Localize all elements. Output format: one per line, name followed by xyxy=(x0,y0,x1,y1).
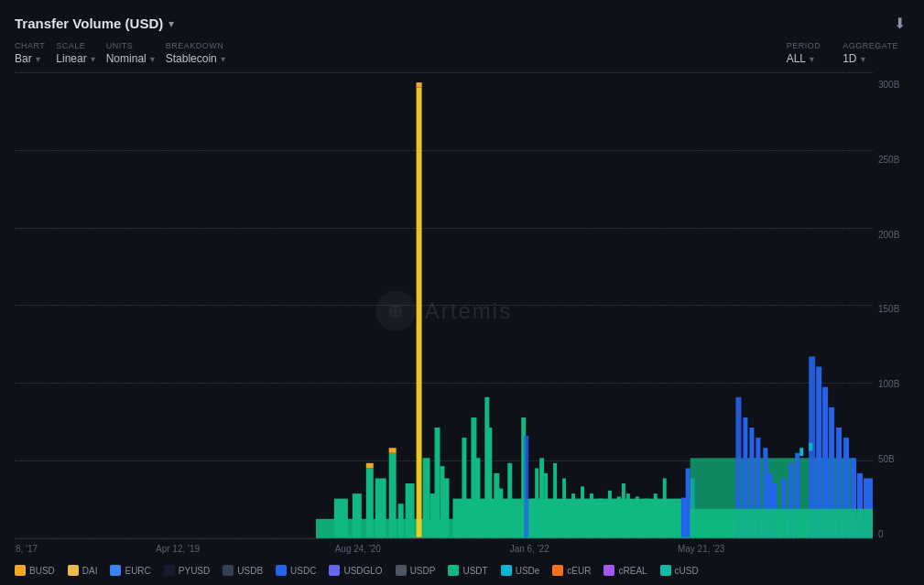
svg-rect-5 xyxy=(375,478,386,536)
legend-label: EURC xyxy=(125,566,150,576)
legend-item: cREAL xyxy=(603,565,647,576)
legend-item: USDB xyxy=(223,565,263,576)
svg-rect-3 xyxy=(353,493,362,537)
y-label-200b: 200B xyxy=(878,230,909,240)
y-label-100b: 100B xyxy=(878,379,909,389)
svg-rect-28 xyxy=(535,468,538,536)
svg-rect-6 xyxy=(389,453,397,537)
legend-label: USDC xyxy=(290,566,316,576)
svg-rect-33 xyxy=(571,493,575,537)
svg-rect-72 xyxy=(799,448,803,456)
svg-rect-2 xyxy=(334,499,348,537)
legend-item: USDe xyxy=(501,565,540,576)
svg-rect-30 xyxy=(544,473,548,537)
chart-control: CHART Bar ▾ xyxy=(15,41,45,65)
app-container: Transfer Volume (USD) ▾ ⬇ CHART Bar ▾ SC… xyxy=(0,0,924,585)
period-control: PERIOD ALL ▾ xyxy=(787,41,821,65)
period-chevron-icon: ▾ xyxy=(810,54,814,64)
aggregate-select[interactable]: 1D ▾ xyxy=(842,52,898,65)
chart-inner: ⊕ Artemis xyxy=(15,72,873,558)
svg-rect-71 xyxy=(417,82,422,88)
legend-item: PYUSD xyxy=(164,565,210,576)
aggregate-control: AGGREGATE 1D ▾ xyxy=(842,41,898,65)
breakdown-label: BREAKDOWN xyxy=(166,41,225,50)
x-label-2: Apr 12, '19 xyxy=(156,544,200,554)
y-label-0: 0 xyxy=(878,529,909,539)
legend-color xyxy=(552,565,563,576)
chart-area: ⊕ Artemis xyxy=(0,72,924,558)
breakdown-chevron-icon: ▾ xyxy=(221,54,225,64)
svg-rect-31 xyxy=(553,463,557,537)
svg-rect-45 xyxy=(681,498,686,537)
legend-label: USDP xyxy=(410,566,436,576)
svg-rect-35 xyxy=(590,493,593,537)
title-area: Transfer Volume (USD) ▾ xyxy=(15,16,883,31)
aggregate-label: AGGREGATE xyxy=(842,41,898,50)
legend-item: EURC xyxy=(110,565,150,576)
svg-rect-21 xyxy=(487,428,492,537)
breakdown-select[interactable]: Stablecoin ▾ xyxy=(166,52,225,65)
legend-item: USDC xyxy=(276,565,316,576)
legend: BUSD DAI EURC PYUSD USDB USDC USDGLO USD… xyxy=(0,558,924,585)
legend-item: BUSD xyxy=(15,565,55,576)
svg-rect-39 xyxy=(622,483,625,537)
x-label-3: Aug 24, '20 xyxy=(335,544,381,554)
svg-rect-26 xyxy=(524,436,528,537)
svg-rect-70 xyxy=(389,448,397,453)
aggregate-chevron-icon: ▾ xyxy=(861,54,865,64)
svg-rect-10 xyxy=(423,458,430,536)
chart-select[interactable]: Bar ▾ xyxy=(15,52,45,65)
svg-rect-9 xyxy=(417,88,422,537)
period-value: ALL xyxy=(787,52,806,65)
legend-label: DAI xyxy=(82,566,98,576)
svg-rect-8 xyxy=(406,483,415,537)
legend-color xyxy=(501,565,512,576)
svg-rect-14 xyxy=(444,478,450,536)
x-label-1: Nov 28, '17 xyxy=(15,544,38,554)
controls-bar: CHART Bar ▾ SCALE Linear ▾ UNITS Nominal… xyxy=(0,36,924,72)
x-label-4: Jan 6, '22 xyxy=(510,544,549,554)
legend-label: BUSD xyxy=(29,566,55,576)
y-axis-right: 300B 250B 200B 150B 100B 50B 0 xyxy=(873,72,909,558)
scale-select[interactable]: Linear ▾ xyxy=(56,52,94,65)
legend-color xyxy=(329,565,340,576)
svg-rect-23 xyxy=(498,489,503,537)
legend-color xyxy=(660,565,671,576)
x-axis: Nov 28, '17 Apr 12, '19 Aug 24, '20 Jan … xyxy=(15,539,873,558)
scale-value: Linear xyxy=(56,52,86,65)
svg-rect-68 xyxy=(690,509,873,537)
period-label: PERIOD xyxy=(787,41,821,50)
y-label-50b: 50B xyxy=(878,454,909,464)
legend-item: cEUR xyxy=(552,565,591,576)
legend-color xyxy=(110,565,121,576)
svg-rect-37 xyxy=(608,491,612,537)
svg-rect-29 xyxy=(539,458,544,536)
legend-color xyxy=(448,565,459,576)
chart-title: Transfer Volume (USD) xyxy=(15,16,163,31)
scale-chevron-icon: ▾ xyxy=(91,54,95,64)
legend-label: cEUR xyxy=(567,566,591,576)
aggregate-value: 1D xyxy=(842,52,856,65)
svg-rect-41 xyxy=(636,496,639,536)
legend-label: cUSD xyxy=(675,566,699,576)
legend-label: USDB xyxy=(237,566,263,576)
title-chevron-icon[interactable]: ▾ xyxy=(168,17,174,30)
y-label-150b: 150B xyxy=(878,304,909,314)
svg-rect-40 xyxy=(626,493,630,537)
scale-control: SCALE Linear ▾ xyxy=(56,41,94,65)
legend-label: USDe xyxy=(516,566,540,576)
svg-rect-17 xyxy=(462,438,466,537)
svg-rect-12 xyxy=(435,428,440,537)
svg-rect-46 xyxy=(686,468,690,536)
legend-color xyxy=(396,565,407,576)
chart-svg xyxy=(15,72,873,539)
units-control: UNITS Nominal ▾ xyxy=(106,41,155,65)
svg-rect-34 xyxy=(581,486,584,536)
breakdown-value: Stablecoin xyxy=(166,52,217,65)
legend-item: cUSD xyxy=(660,565,699,576)
svg-rect-44 xyxy=(663,478,667,536)
units-select[interactable]: Nominal ▾ xyxy=(106,52,155,65)
download-button[interactable]: ⬇ xyxy=(890,11,909,36)
period-select[interactable]: ALL ▾ xyxy=(787,52,821,65)
chart-label: CHART xyxy=(15,41,45,50)
